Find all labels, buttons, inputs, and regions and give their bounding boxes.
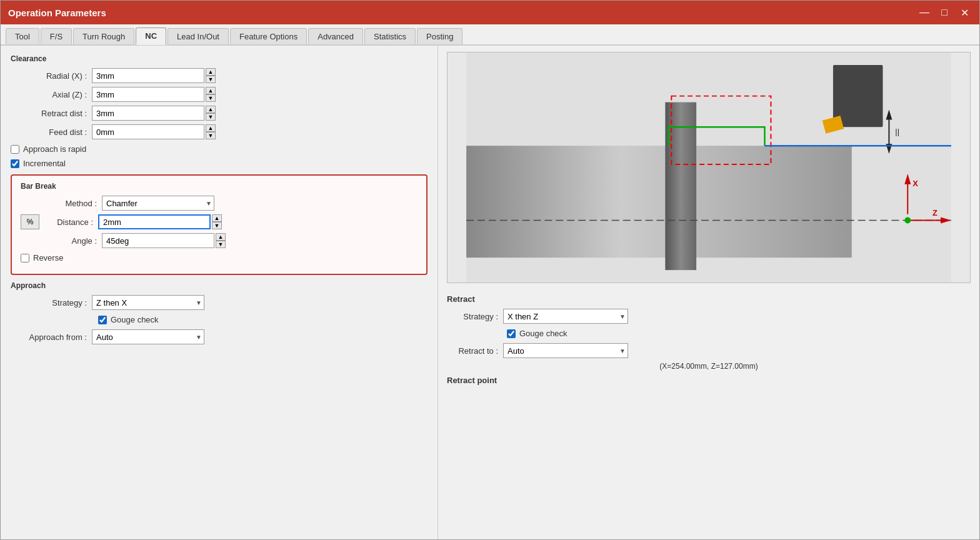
main-window: Operation Parameters — □ ✕ Tool F/S Turn…	[0, 0, 980, 540]
feed-dist-input[interactable]	[92, 124, 204, 139]
angle-down-btn[interactable]: ▼	[216, 241, 226, 248]
distance-up-btn[interactable]: ▲	[212, 214, 222, 222]
diagram-svg: || X Z	[448, 52, 970, 282]
method-select-wrap: Chamfer Groove None ▼	[102, 196, 214, 211]
retract-to-select[interactable]: Auto Manual	[503, 343, 628, 358]
feed-dist-up-btn[interactable]: ▲	[206, 124, 216, 132]
angle-up-btn[interactable]: ▲	[216, 233, 226, 241]
percent-button[interactable]: %	[21, 214, 39, 229]
main-content: Clearance Radial (X) : ▲ ▼ Axial (Z) : ▲…	[1, 46, 979, 539]
retract-dist-label: Retract dist :	[11, 109, 92, 118]
tab-feature-options[interactable]: Feature Options	[230, 28, 307, 44]
approach-title: Approach	[11, 281, 428, 290]
coords-text: (X=254.00mm, Z=127.00mm)	[447, 362, 971, 371]
retract-to-select-wrap: Auto Manual ▼	[503, 343, 628, 358]
distance-input[interactable]	[98, 214, 211, 229]
approach-from-select[interactable]: Auto Manual	[92, 329, 204, 344]
radial-input[interactable]	[92, 68, 204, 83]
radial-spinner: ▲ ▼	[206, 68, 216, 83]
distance-spinner: ▲ ▼	[212, 214, 222, 229]
reverse-checkbox[interactable]	[21, 254, 29, 262]
approach-strategy-select[interactable]: Z then X X then Z Rapid	[92, 295, 204, 310]
clearance-section: Clearance Radial (X) : ▲ ▼ Axial (Z) : ▲…	[11, 54, 428, 168]
retract-gouge-checkbox[interactable]	[507, 329, 516, 338]
method-select[interactable]: Chamfer Groove None	[102, 196, 214, 211]
tab-nc[interactable]: NC	[136, 28, 166, 45]
axial-label: Axial (Z) :	[11, 90, 92, 99]
incremental-checkbox[interactable]	[11, 159, 19, 168]
approach-from-label: Approach from :	[11, 332, 92, 342]
axial-row: Axial (Z) : ▲ ▼	[11, 87, 428, 102]
retract-dist-input[interactable]	[92, 106, 204, 121]
radial-down-btn[interactable]: ▼	[206, 76, 216, 83]
tab-statistics[interactable]: Statistics	[364, 28, 416, 44]
approach-section: Approach Strategy : Z then X X then Z Ra…	[11, 281, 428, 344]
tab-tool[interactable]: Tool	[6, 28, 39, 44]
retract-dist-down-btn[interactable]: ▼	[206, 113, 216, 121]
close-button[interactable]: ✕	[957, 5, 972, 20]
incremental-row: Incremental	[11, 159, 428, 168]
incremental-label: Incremental	[23, 159, 66, 168]
approach-strategy-row: Strategy : Z then X X then Z Rapid ▼	[11, 295, 428, 310]
approach-strategy-label: Strategy :	[11, 298, 92, 308]
radial-row: Radial (X) : ▲ ▼	[11, 68, 428, 83]
reverse-label: Reverse	[33, 253, 63, 262]
retract-to-label: Retract to :	[447, 346, 503, 356]
axial-input[interactable]	[92, 87, 204, 102]
angle-label: Angle :	[21, 236, 102, 246]
distance-label: Distance :	[42, 218, 98, 227]
minimize-button[interactable]: —	[917, 5, 932, 20]
tab-fs[interactable]: F/S	[41, 28, 72, 44]
approach-strategy-select-wrap: Z then X X then Z Rapid ▼	[92, 295, 204, 310]
retract-section: Retract Strategy : X then Z Z then X Rap…	[447, 289, 971, 395]
svg-text:X: X	[912, 179, 918, 188]
retract-strategy-label: Strategy :	[447, 312, 503, 321]
feed-dist-row: Feed dist : ▲ ▼	[11, 124, 428, 139]
feed-dist-spinner: ▲ ▼	[206, 124, 216, 139]
svg-rect-1	[466, 146, 852, 258]
window-title: Operation Parameters	[8, 8, 106, 18]
approach-gouge-checkbox[interactable]	[98, 316, 107, 324]
tab-posting[interactable]: Posting	[417, 28, 462, 44]
tab-lead-in-out[interactable]: Lead In/Out	[168, 28, 229, 44]
clearance-title: Clearance	[11, 54, 428, 63]
retract-point-title: Retract point	[447, 376, 971, 385]
approach-from-row: Approach from : Auto Manual ▼	[11, 329, 428, 344]
maximize-button[interactable]: □	[937, 5, 952, 20]
retract-dist-spinner: ▲ ▼	[206, 106, 216, 121]
approach-rapid-row: Approach is rapid	[11, 144, 428, 154]
retract-to-row: Retract to : Auto Manual ▼	[447, 343, 971, 358]
distance-down-btn[interactable]: ▼	[212, 222, 222, 229]
distance-row: % Distance : ▲ ▼	[21, 214, 418, 229]
approach-gouge-label: Gouge check	[111, 315, 159, 324]
tab-turn-rough[interactable]: Turn Rough	[73, 28, 134, 44]
feed-dist-down-btn[interactable]: ▼	[206, 132, 216, 139]
radial-up-btn[interactable]: ▲	[206, 68, 216, 76]
method-label: Method :	[21, 199, 102, 208]
radial-label: Radial (X) :	[11, 71, 92, 81]
axial-down-btn[interactable]: ▼	[206, 94, 216, 102]
retract-strategy-select[interactable]: X then Z Z then X Rapid	[503, 309, 628, 324]
angle-input[interactable]	[102, 233, 214, 248]
bar-break-title: Bar Break	[21, 182, 418, 191]
retract-dist-up-btn[interactable]: ▲	[206, 106, 216, 113]
approach-rapid-label: Approach is rapid	[23, 144, 86, 154]
tab-bar: Tool F/S Turn Rough NC Lead In/Out Featu…	[1, 24, 979, 46]
approach-from-select-wrap: Auto Manual ▼	[92, 329, 204, 344]
retract-gouge-label: Gouge check	[519, 329, 568, 338]
left-panel: Clearance Radial (X) : ▲ ▼ Axial (Z) : ▲…	[1, 46, 438, 539]
retract-dist-row: Retract dist : ▲ ▼	[11, 106, 428, 121]
axial-spinner: ▲ ▼	[206, 87, 216, 102]
retract-strategy-select-wrap: X then Z Z then X Rapid ▼	[503, 309, 628, 324]
bar-break-section: Bar Break Method : Chamfer Groove None ▼…	[11, 174, 428, 275]
right-panel: || X Z	[438, 46, 979, 539]
reverse-row: Reverse	[21, 253, 418, 262]
window-controls: — □ ✕	[917, 5, 972, 20]
approach-rapid-checkbox[interactable]	[11, 145, 19, 154]
axial-up-btn[interactable]: ▲	[206, 87, 216, 94]
svg-text:||: ||	[895, 127, 899, 136]
svg-point-18	[904, 218, 911, 224]
feed-dist-label: Feed dist :	[11, 128, 92, 137]
tab-advanced[interactable]: Advanced	[308, 28, 363, 44]
angle-row: Angle : ▲ ▼	[21, 233, 418, 248]
